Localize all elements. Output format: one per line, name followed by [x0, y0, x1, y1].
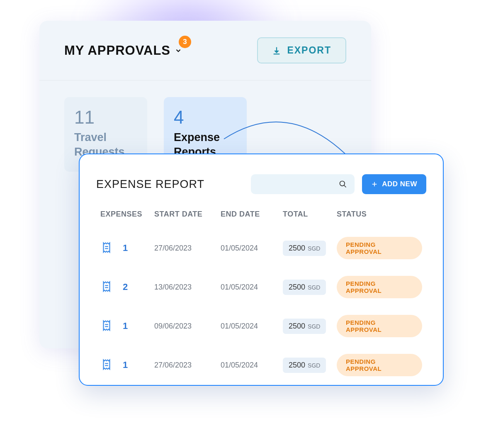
- receipt-icon: [100, 242, 113, 254]
- start-date: 13/06/2023: [154, 283, 221, 292]
- col-total: TOTAL: [283, 210, 337, 219]
- col-status: STATUS: [337, 210, 422, 219]
- status-badge: PENDING APPROVAL: [337, 237, 422, 259]
- total-cell: 2500 SGD: [283, 358, 337, 373]
- expense-count: 1: [123, 243, 128, 253]
- start-date: 09/06/2023: [154, 322, 221, 331]
- report-title: EXPENSE REPORT: [96, 178, 204, 191]
- total-chip: 2500 SGD: [283, 241, 326, 256]
- total-chip: 2500 SGD: [283, 319, 326, 334]
- svg-line-2: [344, 185, 346, 187]
- status-badge: PENDING APPROVAL: [337, 354, 422, 376]
- svg-point-1: [340, 181, 345, 186]
- search-icon: [339, 180, 347, 188]
- end-date: 01/05/2024: [221, 283, 283, 292]
- total-amount: 2500: [289, 283, 305, 292]
- end-date: 01/05/2024: [221, 244, 283, 253]
- total-amount: 2500: [289, 322, 305, 331]
- col-end-date: END DATE: [221, 210, 283, 219]
- total-amount: 2500: [289, 244, 305, 253]
- expense-cell: 2: [100, 281, 154, 293]
- table-row[interactable]: 2 13/06/2023 01/05/2024 2500 SGD PENDING…: [96, 268, 426, 307]
- expense-cell: 1: [100, 320, 154, 332]
- status-cell: PENDING APPROVAL: [337, 354, 422, 376]
- category-count: 11: [74, 107, 137, 128]
- search-input[interactable]: [251, 174, 355, 194]
- download-icon: [272, 46, 281, 55]
- total-currency: SGD: [308, 284, 320, 291]
- end-date: 01/05/2024: [221, 322, 283, 331]
- status-cell: PENDING APPROVAL: [337, 315, 422, 337]
- table-row[interactable]: 1 09/06/2023 01/05/2024 2500 SGD PENDING…: [96, 307, 426, 346]
- status-cell: PENDING APPROVAL: [337, 276, 422, 298]
- start-date: 27/06/2023: [154, 244, 221, 253]
- total-currency: SGD: [308, 245, 320, 252]
- category-count: 4: [174, 107, 237, 128]
- report-header: EXPENSE REPORT ADD NEW: [96, 174, 426, 194]
- table-row[interactable]: 1 27/06/2023 01/05/2024 2500 SGD PENDING…: [96, 346, 426, 385]
- export-button[interactable]: EXPORT: [257, 37, 346, 63]
- report-actions: ADD NEW: [251, 174, 426, 194]
- plus-icon: [371, 181, 378, 187]
- end-date: 01/05/2024: [221, 361, 283, 370]
- total-chip: 2500 SGD: [283, 280, 326, 295]
- expense-count: 2: [123, 282, 128, 292]
- col-start-date: START DATE: [154, 210, 221, 219]
- total-cell: 2500 SGD: [283, 280, 337, 295]
- total-cell: 2500 SGD: [283, 241, 337, 256]
- total-currency: SGD: [308, 323, 320, 330]
- receipt-icon: [100, 320, 113, 332]
- receipt-icon: [100, 281, 113, 293]
- status-badge: PENDING APPROVAL: [337, 276, 422, 298]
- approvals-title: MY APPROVALS: [64, 43, 170, 58]
- expense-cell: 1: [100, 359, 154, 371]
- expense-table: EXPENSES START DATE END DATE TOTAL STATU…: [96, 210, 426, 385]
- status-cell: PENDING APPROVAL: [337, 237, 422, 259]
- total-amount: 2500: [289, 361, 305, 370]
- add-new-label: ADD NEW: [382, 180, 417, 188]
- approvals-title-dropdown[interactable]: MY APPROVALS 3: [64, 43, 182, 58]
- table-header-row: EXPENSES START DATE END DATE TOTAL STATU…: [96, 210, 426, 229]
- approvals-header: MY APPROVALS 3 EXPORT: [39, 21, 371, 80]
- total-cell: 2500 SGD: [283, 319, 337, 334]
- status-badge: PENDING APPROVAL: [337, 315, 422, 337]
- expense-report-panel: EXPENSE REPORT ADD NEW EXPENSES START DA…: [79, 153, 444, 386]
- add-new-button[interactable]: ADD NEW: [362, 174, 426, 194]
- start-date: 27/06/2023: [154, 361, 221, 370]
- chevron-down-icon: [175, 47, 182, 54]
- expense-cell: 1: [100, 242, 154, 254]
- total-currency: SGD: [308, 362, 320, 369]
- export-label: EXPORT: [287, 45, 331, 56]
- expense-count: 1: [123, 321, 128, 331]
- total-chip: 2500 SGD: [283, 358, 326, 373]
- notifications-badge: 3: [179, 36, 191, 48]
- col-expenses: EXPENSES: [100, 210, 154, 219]
- receipt-icon: [100, 359, 113, 371]
- expense-count: 1: [123, 360, 128, 370]
- table-row[interactable]: 1 27/06/2023 01/05/2024 2500 SGD PENDING…: [96, 229, 426, 268]
